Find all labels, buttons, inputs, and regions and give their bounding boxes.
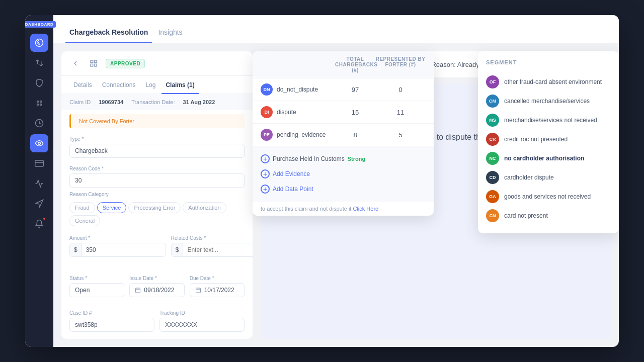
segment-item: CR credit roc not presented (486, 130, 611, 149)
segment-title: SEGMENT (486, 59, 611, 65)
table-row: DI dispute 15 11 (253, 101, 434, 124)
col2-header: TOTAL CHARGEBACKS (#) (335, 56, 375, 73)
sidebar-icon-notification[interactable] (30, 215, 48, 233)
reason-code-label: Reason Code * (69, 166, 245, 171)
seg-ms-avatar: MS (486, 114, 499, 127)
tracking-id-input[interactable] (159, 318, 245, 332)
dispute-total: 15 (335, 109, 375, 116)
seg-nc-label: no cardholder authorisation (504, 155, 584, 162)
cat-service[interactable]: Service (97, 202, 127, 213)
di-avatar: DI (261, 106, 273, 118)
svg-rect-6 (35, 160, 44, 166)
amounts-row: Amount * $ Related Costs * $ (61, 231, 253, 272)
issue-date-input[interactable]: 09/18/2022 (129, 283, 184, 297)
add-data-point-label: Add Data Point (273, 186, 313, 193)
not-covered-notice: Not Covered By Forter (69, 114, 245, 128)
case-id-input[interactable] (69, 318, 154, 332)
row-label-col: DN do_not_dispute (261, 83, 335, 96)
reason-code-section: Reason Code * (61, 162, 253, 192)
related-costs-label: Related Costs * (171, 235, 253, 241)
type-section: Type * Chargeback (61, 132, 253, 162)
sidebar-icon-flag[interactable] (30, 195, 48, 213)
dollar-prefix: $ (70, 243, 82, 256)
svg-point-5 (38, 142, 41, 145)
sidebar-icon-grid[interactable] (30, 94, 48, 112)
tab-chargeback-resolution[interactable]: Chargeback Resolution (65, 21, 152, 43)
add-evidence-label: Add Evidence (273, 170, 310, 177)
transaction-date-value: 31 Aug 2022 (183, 99, 215, 105)
sub-tab-connections[interactable]: Connections (98, 76, 140, 94)
type-select[interactable]: Chargeback (69, 144, 245, 158)
grid-view-button[interactable] (88, 57, 100, 69)
tab-insights[interactable]: Insights (154, 21, 186, 43)
sidebar-icon-shield[interactable] (30, 74, 48, 92)
seg-cd-label: cardholder dispute (504, 174, 554, 181)
sidebar-icon-clock[interactable] (30, 114, 48, 132)
transaction-date-label: Transaction Date: (131, 99, 175, 105)
svg-point-0 (37, 101, 39, 103)
segment-item: CD cardholder dispute (486, 168, 611, 187)
table-header: TOTAL CHARGEBACKS (#) REPRESENTED BY FOR… (253, 51, 434, 78)
sidebar-icon-chart[interactable] (30, 174, 48, 193)
sub-tab-details[interactable]: Details (69, 76, 96, 94)
pe-avatar: PE (261, 129, 273, 141)
claim-id-value: 19069734 (99, 99, 123, 105)
click-here-link[interactable]: Click Here (353, 206, 378, 212)
segment-item: CN card not present (486, 206, 611, 225)
sidebar-icon-arrows[interactable] (30, 54, 48, 72)
cat-fraud[interactable]: Fraud (69, 202, 95, 213)
dispute-represented: 11 (375, 109, 426, 116)
seg-cn-label: card not present (504, 212, 548, 219)
status-label: Status * (69, 276, 124, 281)
do-not-dispute-total: 97 (335, 86, 375, 94)
case-id-label: Case ID # (69, 310, 154, 316)
segment-item: GA goods and services not received (486, 187, 611, 206)
seg-ga-avatar: GA (486, 190, 499, 203)
purchase-held-add-icon[interactable]: + (261, 154, 270, 163)
add-data-point-action[interactable]: + Add Data Point (261, 182, 426, 197)
sub-tab-claims[interactable]: Claims (1) (162, 76, 198, 94)
svg-rect-10 (94, 60, 97, 63)
row-label-col: PE pending_evidence (261, 129, 335, 141)
reason-code-input[interactable] (69, 173, 245, 188)
seg-cn-avatar: CN (486, 209, 499, 222)
reason-category-label: Reason Category (69, 192, 245, 197)
add-evidence-action[interactable]: + Add Evidence (261, 166, 426, 182)
segment-item: MS merchandise/services not received (486, 111, 611, 130)
sub-tab-log[interactable]: Log (141, 76, 159, 94)
seg-ga-label: goods and services not received (504, 193, 591, 200)
cat-processing-error[interactable]: Processing Error (128, 202, 181, 213)
svg-rect-11 (94, 64, 97, 66)
app-container: DASHBOARD (25, 15, 619, 347)
related-costs-input[interactable] (183, 243, 253, 256)
dn-avatar: DN (261, 83, 273, 96)
status-select[interactable]: Open (69, 283, 124, 297)
seg-ms-label: merchandise/services not received (504, 117, 597, 124)
amount-input[interactable] (82, 243, 166, 256)
cat-general[interactable]: General (69, 215, 100, 226)
segment-item-nc: NC no cardholder authorisation (486, 149, 611, 168)
do-not-dispute-represented: 0 (375, 86, 426, 94)
sidebar-icon-credit-card[interactable] (30, 154, 48, 172)
amount-label: Amount * (69, 235, 166, 241)
seg-cm-avatar: CM (486, 95, 499, 108)
notification-dot (42, 217, 46, 221)
seg-of-avatar: OF (486, 75, 499, 88)
seg-cr-label: credit roc not presented (504, 136, 568, 143)
reason-categories: Fraud Service Processing Error Authoriza… (61, 202, 253, 226)
back-button[interactable] (69, 57, 82, 69)
due-date-label: Due Date * (190, 276, 245, 281)
case-tracking-row: Case ID # Tracking ID (61, 306, 253, 339)
dispute-label: dispute (277, 109, 296, 116)
status-dates-row: Status * Open Issue Date * 09/ (61, 272, 253, 306)
chargeback-overlay-panel: TOTAL CHARGEBACKS (#) REPRESENTED BY FOR… (253, 51, 434, 216)
sidebar-icon-active-eye[interactable] (30, 134, 48, 152)
left-panel: APPROVED Details Connections Log Claims … (61, 51, 253, 339)
panel-header: APPROVED (61, 51, 253, 76)
due-date-input[interactable]: 10/17/2022 (190, 283, 245, 297)
sidebar-icon-fingerprint[interactable] (30, 34, 48, 52)
issue-date-label: Issue Date * (129, 276, 184, 281)
pending-represented: 5 (375, 131, 426, 139)
cat-authorization[interactable]: Authorization (183, 202, 226, 213)
claim-id-label: Claim ID (69, 99, 91, 105)
